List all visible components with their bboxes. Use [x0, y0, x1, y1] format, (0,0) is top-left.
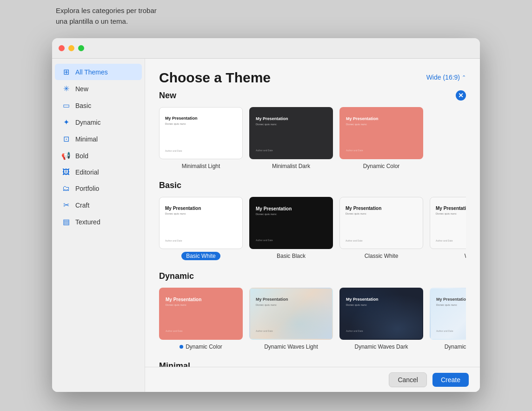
sidebar-item-all-themes[interactable]: ⊞ All Themes — [55, 64, 142, 80]
theme-subtitle: Donec quis nunc — [256, 303, 277, 306]
theme-card-classic-white[interactable]: My Presentation Donec quis nunc Author a… — [339, 197, 423, 260]
all-themes-icon: ⊞ — [61, 67, 71, 76]
basic-themes-grid: My Presentation Donec quis nunc Author a… — [159, 197, 466, 260]
theme-thumbnail: My Presentation Donec quis nunc Author a… — [430, 288, 466, 340]
sidebar-item-basic[interactable]: ▭ Basic — [55, 97, 142, 114]
close-button[interactable] — [59, 45, 65, 51]
textured-icon: ▤ — [61, 217, 71, 226]
theme-name-label: Basic Black — [277, 253, 306, 259]
new-icon: ✳ — [61, 84, 71, 93]
theme-author: Author and Date — [346, 239, 362, 242]
create-button[interactable]: Create — [432, 373, 469, 387]
theme-subtitle: Donec quis nunc — [165, 122, 186, 125]
theme-card-dynamic-waves-light[interactable]: My Presentation Donec quis nunc Author a… — [249, 288, 333, 350]
title-bar — [52, 38, 480, 59]
theme-subtitle: Donec quis nunc — [436, 303, 457, 306]
sidebar-item-editorial[interactable]: 🖼 Editorial — [55, 164, 142, 180]
sidebar-item-portfolio[interactable]: 🗂 Portfolio — [55, 181, 142, 196]
theme-title: My Presentation — [436, 206, 466, 211]
theme-card-dynamic-color-new[interactable]: My Presentation Donec quis nunc Author a… — [339, 107, 423, 169]
sidebar-item-dynamic[interactable]: ✦ Dynamic — [55, 114, 142, 130]
sidebar-item-label: Dynamic — [75, 119, 100, 126]
minimize-button[interactable] — [68, 45, 74, 51]
bold-icon: 📢 — [61, 151, 71, 160]
minimal-section: Minimal — [159, 361, 466, 367]
dynamic-section-title: Dynamic — [159, 271, 194, 281]
theme-card-dynamic-color[interactable]: My Presentation Donec quis nunc Author a… — [159, 288, 243, 350]
sidebar-item-textured[interactable]: ▤ Textured — [55, 214, 142, 230]
theme-author: Author and Date — [166, 330, 182, 332]
sidebar-item-label: New — [75, 85, 88, 93]
sidebar: ⊞ All Themes ✳ New ▭ Basic ✦ Dynamic ⊡ — [52, 59, 145, 392]
theme-card-dynamic-waves-dark[interactable]: My Presentation Donec quis nunc Author a… — [339, 288, 423, 350]
new-section-header: New ✕ — [159, 90, 466, 101]
theme-thumbnail: My Presentation Donec quis nunc Author a… — [339, 107, 423, 159]
sidebar-item-label: Editorial — [75, 168, 99, 176]
sidebar-item-minimal[interactable]: ⊡ Minimal — [55, 131, 142, 147]
basic-icon: ▭ — [61, 101, 71, 110]
page-title: Choose a Theme — [159, 70, 271, 86]
chevron-down-icon: ⌃ — [462, 74, 466, 81]
aspect-ratio-label: Wide (16:9) — [426, 74, 460, 81]
sidebar-item-label: Basic — [75, 102, 91, 109]
cancel-button[interactable]: Cancel — [389, 372, 427, 387]
theme-card-basic-white[interactable]: My Presentation Donec quis nunc Author a… — [159, 197, 243, 260]
themes-scroll: New ✕ My Presentation Donec quis nunc — [145, 90, 480, 367]
sidebar-item-label: All Themes — [75, 68, 108, 76]
theme-subtitle: Donec quis nunc — [256, 213, 277, 216]
theme-name-label: Dynamic Waves Dark — [355, 344, 408, 350]
main-content: Choose a Theme Wide (16:9) ⌃ New ✕ — [145, 59, 480, 392]
fullscreen-button[interactable] — [78, 45, 84, 51]
theme-author: Author and Date — [165, 239, 182, 242]
theme-card-dynamic-clouds-light[interactable]: My Presentation Donec quis nunc Author a… — [430, 288, 466, 350]
theme-thumbnail: My Presentation Donec quis nunc Author a… — [249, 107, 333, 159]
theme-title: My Presentation — [346, 116, 379, 121]
theme-thumbnail: My Presentation Donec quis nunc Author a… — [249, 197, 333, 249]
theme-thumbnail: My Presentation Donec quis nunc Author a… — [159, 107, 243, 159]
theme-author: Author and Date — [256, 330, 273, 332]
theme-author: Author and Date — [256, 149, 273, 152]
dynamic-section: Dynamic My Presentation Donec quis nunc … — [159, 271, 466, 350]
portfolio-icon: 🗂 — [61, 184, 71, 193]
theme-title: My Presentation — [256, 206, 292, 211]
new-section-title: New — [159, 91, 176, 101]
theme-author: Author and Date — [436, 239, 452, 242]
tooltip-line1: Explora les categories per trobar — [56, 6, 157, 16]
theme-subtitle: Donec quis nunc — [346, 123, 367, 126]
sidebar-item-label: Textured — [75, 218, 100, 226]
new-themes-grid: My Presentation Donec quis nunc Author a… — [159, 107, 466, 169]
sidebar-item-label: Bold — [75, 152, 88, 160]
basic-section-header: Basic — [159, 181, 466, 190]
theme-card-basic-black[interactable]: My Presentation Donec quis nunc Author a… — [249, 197, 333, 260]
close-new-section-button[interactable]: ✕ — [456, 90, 466, 101]
sidebar-item-new[interactable]: ✳ New — [55, 81, 142, 97]
sidebar-item-craft[interactable]: ✂ Craft — [55, 197, 142, 213]
sidebar-item-label: Portfolio — [75, 185, 99, 192]
theme-name-label: Minimalist Dark — [272, 163, 310, 169]
theme-author: Author and Date — [346, 330, 363, 332]
dynamic-icon: ✦ — [61, 118, 71, 127]
theme-title: My Presentation — [165, 206, 201, 211]
theme-thumbnail: My Presentation Donec quis nunc Author a… — [430, 197, 466, 249]
sidebar-item-bold[interactable]: 📢 Bold — [55, 148, 142, 164]
theme-name-label: Dynamic Waves Light — [264, 344, 318, 350]
theme-card-minimalist-dark[interactable]: My Presentation Donec quis nunc Author a… — [249, 107, 333, 169]
main-header: Choose a Theme Wide (16:9) ⌃ — [145, 59, 480, 90]
theme-card-minimalist-light[interactable]: My Presentation Donec quis nunc Author a… — [159, 107, 243, 169]
minimal-section-header: Minimal — [159, 361, 466, 367]
theme-title: My Presentation — [256, 297, 288, 302]
basic-section-title: Basic — [159, 181, 181, 190]
theme-name-label: Classic White — [365, 253, 399, 259]
theme-subtitle: Donec quis nunc — [346, 212, 366, 215]
selected-dot — [180, 345, 183, 349]
theme-subtitle: Donec quis nunc — [346, 303, 367, 306]
sidebar-item-label: Minimal — [75, 135, 98, 143]
new-section: New ✕ My Presentation Donec quis nunc — [159, 90, 466, 169]
theme-title: My Presentation — [165, 116, 198, 121]
theme-thumbnail: My Presentation Donec quis nunc Author a… — [339, 288, 423, 340]
selected-badge: Basic White — [181, 252, 220, 260]
aspect-ratio-button[interactable]: Wide (16:9) ⌃ — [426, 74, 466, 81]
sidebar-item-label: Craft — [75, 202, 89, 209]
minimal-icon: ⊡ — [61, 135, 71, 143]
theme-card-white[interactable]: My Presentation Donec quis nunc Author a… — [430, 197, 466, 260]
